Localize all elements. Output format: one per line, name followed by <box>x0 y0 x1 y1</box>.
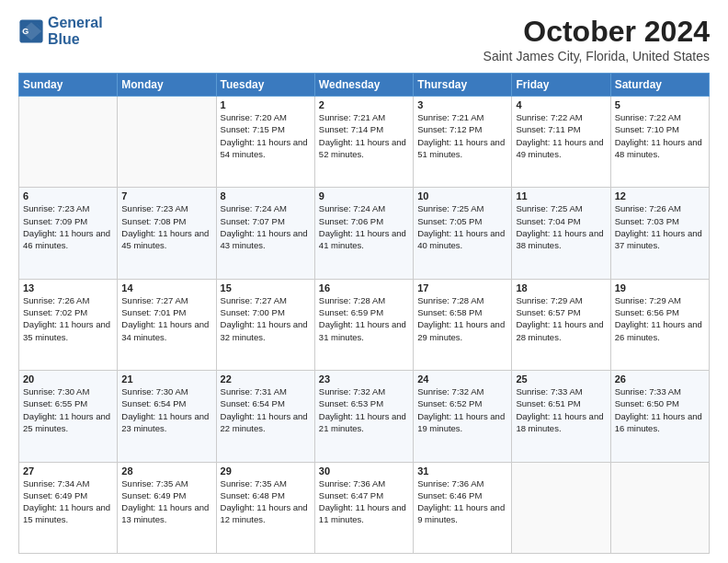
location: Saint James City, Florida, United States <box>483 49 710 63</box>
day-info: Sunrise: 7:27 AM Sunset: 7:00 PM Dayligh… <box>221 294 311 343</box>
logo: G General Blue <box>18 15 103 47</box>
day-info: Sunrise: 7:32 AM Sunset: 6:52 PM Dayligh… <box>417 385 507 434</box>
day-number: 7 <box>121 190 211 201</box>
calendar-cell: 1Sunrise: 7:20 AM Sunset: 7:15 PM Daylig… <box>216 97 314 188</box>
day-number: 19 <box>615 282 705 293</box>
day-info: Sunrise: 7:33 AM Sunset: 6:50 PM Dayligh… <box>615 385 705 434</box>
weekday-header-sunday: Sunday <box>19 74 118 97</box>
day-number: 31 <box>417 465 507 477</box>
svg-text:G: G <box>22 26 28 35</box>
calendar: SundayMondayTuesdayWednesdayThursdayFrid… <box>18 73 710 554</box>
calendar-cell: 31Sunrise: 7:36 AM Sunset: 6:46 PM Dayli… <box>414 462 512 553</box>
month-title: October 2024 <box>483 15 710 49</box>
day-number: 8 <box>221 190 311 201</box>
calendar-cell: 6Sunrise: 7:23 AM Sunset: 7:09 PM Daylig… <box>19 188 118 279</box>
day-info: Sunrise: 7:22 AM Sunset: 7:11 PM Dayligh… <box>516 111 606 160</box>
day-info: Sunrise: 7:20 AM Sunset: 7:15 PM Dayligh… <box>221 111 311 160</box>
day-info: Sunrise: 7:22 AM Sunset: 7:10 PM Dayligh… <box>615 111 705 160</box>
day-info: Sunrise: 7:32 AM Sunset: 6:53 PM Dayligh… <box>319 385 409 434</box>
day-number: 10 <box>417 190 507 201</box>
day-info: Sunrise: 7:30 AM Sunset: 6:54 PM Dayligh… <box>121 385 211 434</box>
day-number: 5 <box>615 99 705 110</box>
day-number: 14 <box>121 282 211 293</box>
calendar-cell: 3Sunrise: 7:21 AM Sunset: 7:12 PM Daylig… <box>414 97 512 188</box>
day-number: 22 <box>221 373 311 385</box>
day-info: Sunrise: 7:36 AM Sunset: 6:47 PM Dayligh… <box>319 477 409 526</box>
day-number: 2 <box>319 99 409 110</box>
day-number: 9 <box>319 190 409 201</box>
calendar-cell: 19Sunrise: 7:29 AM Sunset: 6:56 PM Dayli… <box>610 279 709 370</box>
day-number: 23 <box>319 373 409 385</box>
day-info: Sunrise: 7:27 AM Sunset: 7:01 PM Dayligh… <box>121 294 211 343</box>
weekday-header-wednesday: Wednesday <box>314 74 413 97</box>
day-info: Sunrise: 7:21 AM Sunset: 7:12 PM Dayligh… <box>417 111 507 160</box>
calendar-cell: 27Sunrise: 7:34 AM Sunset: 6:49 PM Dayli… <box>19 462 118 553</box>
day-info: Sunrise: 7:21 AM Sunset: 7:14 PM Dayligh… <box>319 111 409 160</box>
calendar-cell: 25Sunrise: 7:33 AM Sunset: 6:51 PM Dayli… <box>512 371 610 462</box>
day-info: Sunrise: 7:34 AM Sunset: 6:49 PM Dayligh… <box>23 477 113 526</box>
day-number: 3 <box>417 99 507 110</box>
calendar-cell: 29Sunrise: 7:35 AM Sunset: 6:48 PM Dayli… <box>216 462 314 553</box>
day-number: 16 <box>319 282 409 293</box>
calendar-cell: 14Sunrise: 7:27 AM Sunset: 7:01 PM Dayli… <box>118 279 216 370</box>
day-info: Sunrise: 7:25 AM Sunset: 7:04 PM Dayligh… <box>516 202 606 251</box>
day-info: Sunrise: 7:33 AM Sunset: 6:51 PM Dayligh… <box>516 385 606 434</box>
logo-text: General Blue <box>48 15 103 47</box>
calendar-cell: 9Sunrise: 7:24 AM Sunset: 7:06 PM Daylig… <box>314 188 413 279</box>
day-number: 20 <box>23 373 113 385</box>
week-row-3: 13Sunrise: 7:26 AM Sunset: 7:02 PM Dayli… <box>19 279 710 370</box>
week-row-5: 27Sunrise: 7:34 AM Sunset: 6:49 PM Dayli… <box>19 462 710 553</box>
day-number: 1 <box>221 99 311 110</box>
day-info: Sunrise: 7:23 AM Sunset: 7:09 PM Dayligh… <box>23 202 113 251</box>
calendar-cell: 12Sunrise: 7:26 AM Sunset: 7:03 PM Dayli… <box>610 188 709 279</box>
calendar-cell: 26Sunrise: 7:33 AM Sunset: 6:50 PM Dayli… <box>610 371 709 462</box>
calendar-cell: 28Sunrise: 7:35 AM Sunset: 6:49 PM Dayli… <box>118 462 216 553</box>
weekday-header-tuesday: Tuesday <box>216 74 314 97</box>
day-number: 6 <box>23 190 113 201</box>
calendar-cell <box>19 97 118 188</box>
day-info: Sunrise: 7:35 AM Sunset: 6:48 PM Dayligh… <box>221 477 311 526</box>
day-number: 18 <box>516 282 606 293</box>
day-number: 30 <box>319 465 409 477</box>
calendar-cell: 16Sunrise: 7:28 AM Sunset: 6:59 PM Dayli… <box>314 279 413 370</box>
weekday-header-saturday: Saturday <box>610 74 709 97</box>
calendar-cell: 8Sunrise: 7:24 AM Sunset: 7:07 PM Daylig… <box>216 188 314 279</box>
calendar-cell: 15Sunrise: 7:27 AM Sunset: 7:00 PM Dayli… <box>216 279 314 370</box>
calendar-cell: 2Sunrise: 7:21 AM Sunset: 7:14 PM Daylig… <box>314 97 413 188</box>
calendar-cell: 23Sunrise: 7:32 AM Sunset: 6:53 PM Dayli… <box>314 371 413 462</box>
day-info: Sunrise: 7:29 AM Sunset: 6:56 PM Dayligh… <box>615 294 705 343</box>
day-info: Sunrise: 7:31 AM Sunset: 6:54 PM Dayligh… <box>221 385 311 434</box>
day-number: 26 <box>615 373 705 385</box>
day-number: 29 <box>221 465 311 477</box>
day-info: Sunrise: 7:35 AM Sunset: 6:49 PM Dayligh… <box>121 477 211 526</box>
day-number: 13 <box>23 282 113 293</box>
calendar-cell: 30Sunrise: 7:36 AM Sunset: 6:47 PM Dayli… <box>314 462 413 553</box>
day-number: 21 <box>121 373 211 385</box>
header: G General Blue October 2024 Saint James … <box>18 15 710 63</box>
title-block: October 2024 Saint James City, Florida, … <box>483 15 710 63</box>
day-number: 4 <box>516 99 606 110</box>
day-info: Sunrise: 7:36 AM Sunset: 6:46 PM Dayligh… <box>417 477 507 526</box>
day-info: Sunrise: 7:23 AM Sunset: 7:08 PM Dayligh… <box>121 202 211 251</box>
weekday-header-friday: Friday <box>512 74 610 97</box>
day-number: 12 <box>615 190 705 201</box>
day-number: 11 <box>516 190 606 201</box>
day-info: Sunrise: 7:30 AM Sunset: 6:55 PM Dayligh… <box>23 385 113 434</box>
logo-icon: G <box>18 18 44 44</box>
calendar-cell <box>512 462 610 553</box>
week-row-2: 6Sunrise: 7:23 AM Sunset: 7:09 PM Daylig… <box>19 188 710 279</box>
calendar-cell: 10Sunrise: 7:25 AM Sunset: 7:05 PM Dayli… <box>414 188 512 279</box>
calendar-cell: 22Sunrise: 7:31 AM Sunset: 6:54 PM Dayli… <box>216 371 314 462</box>
calendar-cell: 18Sunrise: 7:29 AM Sunset: 6:57 PM Dayli… <box>512 279 610 370</box>
day-number: 25 <box>516 373 606 385</box>
page: G General Blue October 2024 Saint James … <box>0 0 728 563</box>
weekday-header-monday: Monday <box>118 74 216 97</box>
calendar-cell: 7Sunrise: 7:23 AM Sunset: 7:08 PM Daylig… <box>118 188 216 279</box>
day-number: 24 <box>417 373 507 385</box>
calendar-cell: 11Sunrise: 7:25 AM Sunset: 7:04 PM Dayli… <box>512 188 610 279</box>
day-number: 28 <box>121 465 211 477</box>
day-number: 17 <box>417 282 507 293</box>
week-row-4: 20Sunrise: 7:30 AM Sunset: 6:55 PM Dayli… <box>19 371 710 462</box>
weekday-header-thursday: Thursday <box>414 74 512 97</box>
calendar-cell <box>610 462 709 553</box>
